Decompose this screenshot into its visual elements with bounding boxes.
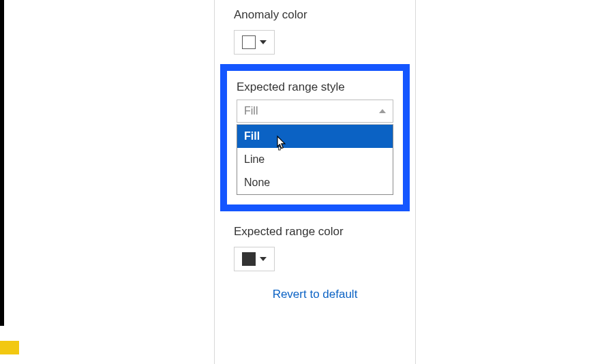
format-pane: Anomaly color Expected range style Fill … [214, 0, 416, 364]
option-label: None [244, 177, 270, 188]
anomaly-color-label: Anomaly color [234, 8, 399, 22]
dropdown-selected: Fill [244, 105, 258, 117]
chevron-down-icon [260, 257, 267, 261]
revert-to-default-link[interactable]: Revert to default [215, 275, 415, 308]
expected-range-swatch [242, 252, 256, 266]
option-label: Fill [244, 130, 260, 142]
expected-range-style-options: Fill Line None [237, 124, 393, 195]
expected-range-color-picker[interactable] [234, 247, 275, 271]
chevron-up-icon [379, 109, 386, 113]
anomaly-swatch [242, 35, 256, 49]
report-canvas [0, 0, 214, 364]
expected-range-style-label: Expected range style [237, 80, 393, 94]
expected-range-color-label: Expected range color [234, 225, 399, 239]
expected-range-style-dropdown[interactable]: Fill [237, 100, 393, 123]
anomaly-color-section: Anomaly color [215, 0, 415, 59]
dropdown-option-line[interactable]: Line [237, 148, 393, 171]
yellow-tab [0, 341, 19, 354]
dropdown-option-fill[interactable]: Fill [237, 125, 393, 148]
chevron-down-icon [260, 40, 267, 44]
anomaly-color-picker[interactable] [234, 30, 275, 55]
canvas-left-edge [0, 0, 4, 326]
dropdown-option-none[interactable]: None [237, 171, 393, 194]
right-blank-area [416, 0, 604, 364]
option-label: Line [244, 153, 265, 165]
expected-range-color-section: Expected range color [215, 217, 415, 275]
expected-range-style-highlight: Expected range style Fill Fill Line None [220, 64, 410, 211]
